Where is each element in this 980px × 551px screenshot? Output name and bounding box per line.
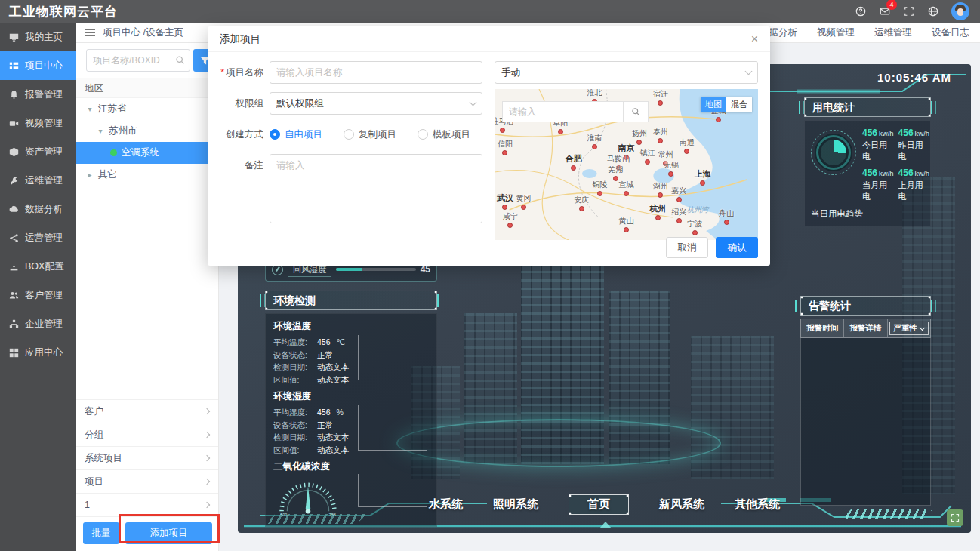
map-search-button[interactable] — [623, 101, 649, 122]
menu-icon[interactable] — [85, 29, 95, 36]
chevron-right-icon — [204, 502, 210, 508]
sidebar-item-home[interactable]: 我的主页 — [0, 23, 76, 51]
mail-icon[interactable]: 4 — [879, 5, 891, 17]
map-city-label: 镇江 — [639, 148, 655, 165]
user-avatar[interactable] — [951, 2, 969, 20]
app-header: 工业物联网云平台 4 — [0, 0, 980, 23]
globe-icon[interactable] — [927, 5, 939, 17]
sidebar-item-video[interactable]: 视频管理 — [0, 109, 76, 137]
link-group[interactable]: 分组 — [76, 423, 218, 446]
col-severity: 严重性 — [888, 319, 930, 337]
tab-water-system[interactable]: 水系统 — [429, 497, 463, 512]
tree-node-suzhou[interactable]: ▾ 苏州市 — [76, 120, 218, 142]
map-city-label: 宁波 — [687, 219, 702, 235]
col-alarm-detail: 报警详情 — [844, 319, 887, 337]
tab-fresh-air-system[interactable]: 新风系统 — [659, 497, 704, 512]
tree-node-jiangsu[interactable]: ▾ 江苏省 — [76, 98, 218, 120]
power-stats-panel: 用电统计 456kw/h 今日用电 456kw/h 昨日用电 456kw/h — [804, 97, 931, 226]
toggle-hybrid-view[interactable]: 混合 — [726, 97, 752, 112]
mail-badge: 4 — [886, 0, 897, 10]
link-1[interactable]: 1 — [76, 493, 218, 516]
modal-header: 添加项目 × — [208, 26, 770, 52]
permission-group-select[interactable]: 默认权限组 — [270, 92, 482, 115]
alarm-table-body — [800, 338, 931, 506]
add-project-button[interactable]: 添加项目 — [125, 522, 212, 544]
cancel-button[interactable]: 取消 — [666, 237, 708, 258]
map-search-input[interactable] — [502, 101, 623, 122]
sidebar-item-ops[interactable]: 运维管理 — [0, 166, 76, 195]
link-system-project[interactable]: 系统项目 — [76, 446, 218, 469]
fullscreen-icon[interactable] — [903, 5, 915, 17]
sidebar-item-assets[interactable]: 资产管理 — [0, 137, 76, 166]
tab-indicator-triangle — [599, 522, 612, 528]
modal-footer: 取消 确认 — [666, 237, 758, 258]
link-project[interactable]: 项目 — [76, 469, 218, 493]
sidebar-item-projects[interactable]: 项目中心 — [0, 51, 76, 80]
help-icon[interactable] — [855, 5, 867, 17]
confirm-button[interactable]: 确认 — [716, 237, 758, 258]
sidebar-item-customers[interactable]: 客户管理 — [0, 281, 76, 309]
share-icon — [9, 233, 19, 243]
city-glow-ring — [396, 419, 721, 467]
severity-dropdown[interactable]: 严重性 — [889, 322, 929, 335]
search-icon[interactable] — [175, 55, 185, 65]
region-header: 地区 — [76, 78, 218, 98]
map-search — [502, 101, 649, 122]
status-dot-green — [110, 149, 117, 156]
mini-chart-axis — [358, 335, 427, 380]
bell-icon — [9, 90, 19, 100]
radio-template-project[interactable]: 模板项目 — [418, 123, 470, 146]
sidebar-item-apps[interactable]: 应用中心 — [0, 338, 76, 367]
sidebar-item-box-config[interactable]: BOX配置 — [0, 252, 76, 281]
stat-today: 456kw/h 今日用电 — [862, 127, 894, 162]
add-project-modal: 添加项目 × *项目名称 权限组 默认权限组 创建方式 自由项目 复制项目 — [208, 26, 770, 266]
link-customer[interactable]: 客户 — [76, 399, 218, 423]
chevron-down-icon — [920, 325, 925, 330]
video-icon — [9, 119, 19, 128]
radio-icon — [344, 129, 354, 140]
project-name-input[interactable] — [270, 61, 482, 84]
tab-home[interactable]: 首页 — [569, 494, 629, 515]
power-panel-title: 用电统计 — [804, 97, 931, 117]
tab-lighting-system[interactable]: 照明系统 — [493, 497, 538, 512]
map-city-label: 泰州 — [653, 127, 668, 143]
radio-icon — [418, 129, 428, 140]
topnav-item-video[interactable]: 视频管理 — [817, 26, 855, 39]
remark-textarea[interactable] — [270, 154, 482, 223]
map-city-label: 铜陵 — [593, 180, 608, 196]
radio-free-project[interactable]: 自由项目 — [270, 123, 322, 146]
map-city-label: 上海 — [695, 168, 711, 186]
tree-node-other[interactable]: ▸ 其它 — [76, 164, 218, 186]
toggle-map-view[interactable]: 地图 — [701, 97, 726, 112]
expand-icon[interactable]: ▾ — [97, 127, 104, 135]
map-city-label: 武汉 — [497, 192, 513, 210]
env-humidity-section: 环境湿度 平均湿度:456% 设备状态:正常 检测日期:动态文本 区间值:动态文… — [273, 390, 429, 456]
topnav-item-ops[interactable]: 运维管理 — [874, 26, 912, 39]
sidebar-item-enterprise[interactable]: 企业管理 — [0, 309, 76, 338]
dashboard-clock: 10:05:46 AM — [877, 71, 951, 84]
batch-button[interactable]: 批量 — [83, 522, 119, 544]
tree-bottom: 客户 分组 系统项目 项目 1 批量 添加项目 — [76, 399, 218, 551]
tree-node-ac-system[interactable]: 空调系统 — [76, 142, 218, 164]
map-city-label: 黄冈 — [516, 193, 531, 210]
alarm-panel-title: 告警统计 — [800, 296, 931, 316]
water-label: 杭州湾 — [687, 205, 709, 215]
sidebar-item-analytics[interactable]: 数据分析 — [0, 195, 76, 223]
topnav-item-device-log[interactable]: 设备日志 — [932, 26, 969, 39]
expand-icon[interactable]: ▾ — [86, 105, 94, 113]
sitemap-icon — [9, 319, 19, 329]
wrench-icon — [9, 176, 19, 186]
environment-panel-title: 环境检测 — [265, 291, 437, 310]
tab-other-system[interactable]: 其他系统 — [735, 497, 780, 512]
radio-copy-project[interactable]: 复制项目 — [344, 123, 396, 146]
close-icon[interactable]: × — [751, 33, 758, 45]
map-city-label: 南通 — [680, 137, 695, 154]
collapse-icon[interactable]: ▸ — [86, 171, 94, 179]
map-city-label: 信阳 — [498, 139, 513, 155]
map-type-toggle: 地图 混合 — [701, 97, 752, 112]
location-map[interactable]: 淮北宿迁盐城驻马店阜阳淮南信阳扬州泰州南通南京镇江常州合肥马鞍山无锡芜湖上海铜陵… — [495, 89, 758, 240]
dashboard-fullscreen-button[interactable] — [947, 509, 963, 526]
sidebar-item-operation[interactable]: 运营管理 — [0, 223, 76, 252]
sidebar-item-alarms[interactable]: 报警管理 — [0, 80, 76, 109]
location-mode-select[interactable]: 手动 — [495, 61, 758, 84]
